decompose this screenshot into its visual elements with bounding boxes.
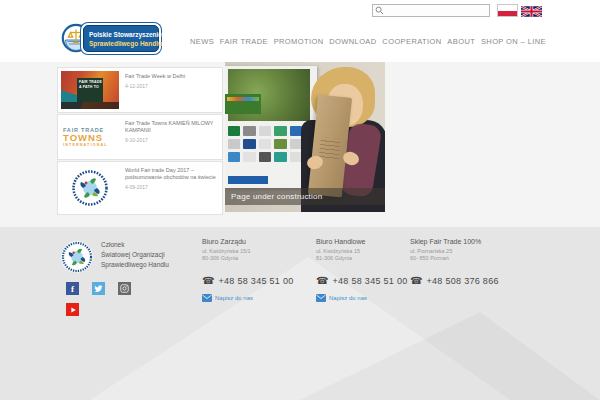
office-address-city: 81-306 Gdynia [316, 255, 408, 262]
facebook-glyph: f [71, 284, 74, 294]
wfto-logo-icon [70, 168, 110, 208]
office-address-street: ul. Kwidzyńska 15/1 [202, 248, 294, 255]
office-title: Sklep Fair Trade 100% [410, 238, 499, 245]
news-thumbnail-towns: FAIR TRADE TOWNS INTERNATIONAL [61, 118, 119, 156]
membership-line1: Członek [101, 240, 169, 250]
thumb-poster-text2: A PATH TO [79, 85, 103, 90]
footer-column-biuro-zarzadu: Biuro Zarządu ul. Kwidzyńska 15/1 80-306… [202, 238, 294, 302]
thumb-poster: FAIR TRADE A PATH TO [77, 78, 103, 102]
footer-column-sklep: Sklep Fair Trade 100% ul. Poznańska 25 6… [410, 238, 499, 286]
news-title[interactable]: Fair Trade Towns KAMIEŃ MILOWY KAMPANII [125, 120, 217, 134]
banner-bar [228, 176, 268, 184]
news-item-delhi[interactable]: FAIR TRADE A PATH TO Fair Trade Week w D… [57, 67, 223, 113]
office-address-street: ul. Poznańska 25 [410, 248, 499, 255]
membership-text: Członek Światowej Organizacji Sprawiedli… [101, 240, 169, 270]
news-text-block: Fair Trade Towns KAMIEŃ MILOWY KAMPANII … [125, 118, 217, 156]
union-jack-icon [521, 5, 542, 17]
sponsor-logos [228, 126, 302, 166]
news-date: 9-10-2017 [125, 137, 217, 143]
phone-row: ☎ +48 58 345 51 00 [316, 276, 408, 286]
contact-email-link[interactable]: Napisz do nas [202, 294, 294, 302]
twitter-bird-icon [94, 284, 103, 293]
main-navigation: NEWS FAIR TRADE PROMOTION DOWNLOAD COOPE… [190, 37, 546, 46]
thumb-poster-text1: FAIR TRADE [79, 80, 103, 85]
nav-item-shop-online[interactable]: SHOP ON – LINE [481, 37, 546, 46]
phone-icon: ☎ [202, 276, 214, 286]
twitter-icon[interactable] [92, 282, 105, 295]
logo-badge: Polskie Stowarzyszenie Sprawiedliwego Ha… [83, 25, 159, 52]
office-address-city: 80-306 Gdynia [202, 255, 294, 262]
envelope-icon [202, 294, 212, 302]
content-band: FAIR TRADE A PATH TO Fair Trade Week w D… [0, 62, 600, 227]
search-box[interactable] [372, 4, 490, 17]
news-item-towns[interactable]: FAIR TRADE TOWNS INTERNATIONAL Fair Trad… [57, 114, 223, 160]
footer-column-biuro-handlowe: Biuro Handlowe ul. Kwidzyńska 15 81-306 … [316, 238, 408, 302]
phone-icon: ☎ [410, 276, 422, 286]
site-header: Polskie Stowarzyszenie Sprawiedliwego Ha… [0, 0, 600, 62]
bag-text-lines [319, 137, 341, 161]
instagram-camera-icon [120, 284, 129, 293]
news-item-wftd[interactable]: World Fair trade Day 2017 – podsumowanie… [57, 161, 223, 215]
phone-icon: ☎ [316, 276, 328, 286]
instagram-icon[interactable] [118, 282, 131, 295]
phone-number: +48 58 345 51 00 [218, 276, 293, 286]
thumb-decor [61, 102, 119, 109]
news-text-block: Fair Trade Week w Delhi 4-12-2017 [125, 71, 185, 109]
nav-item-news[interactable]: NEWS [190, 37, 214, 46]
news-title[interactable]: Fair Trade Week w Delhi [125, 73, 185, 80]
nav-item-fair-trade[interactable]: FAIR TRADE [220, 37, 268, 46]
news-thumbnail-wfto [61, 165, 119, 211]
news-date: 4-12-2017 [125, 83, 185, 89]
logo-text-line2: Sprawiedliwego Handlu [89, 39, 158, 48]
phone-row: ☎ +48 508 376 866 [410, 276, 499, 286]
office-address-street: ul. Kwidzyńska 15 [316, 248, 408, 255]
nav-item-cooperation[interactable]: COOPERATION [382, 37, 441, 46]
search-icon [375, 6, 384, 15]
nav-item-download[interactable]: DOWNLOAD [329, 37, 376, 46]
construction-banner: Page under construction [225, 188, 385, 205]
youtube-play-icon [69, 306, 77, 314]
news-text-block: World Fair trade Day 2017 – podsumowanie… [125, 165, 217, 211]
news-title[interactable]: World Fair trade Day 2017 – podsumowanie… [125, 167, 217, 181]
email-link-text: Napisz do nas [215, 295, 253, 301]
facebook-icon[interactable]: f [66, 282, 79, 295]
office-title: Biuro Handlowe [316, 238, 408, 245]
flag-pl-red [498, 11, 517, 17]
wfto-member-logo-icon [60, 240, 94, 274]
construction-text: Page under construction [225, 192, 322, 201]
contact-email-link[interactable]: Napisz do nas [316, 294, 408, 302]
phone-row: ☎ +48 58 345 51 00 [202, 276, 294, 286]
nav-item-about[interactable]: ABOUT [447, 37, 475, 46]
email-link-text: Napisz do nas [329, 295, 367, 301]
office-title: Biuro Zarządu [202, 238, 294, 245]
towns-logo-line2: TOWNS [63, 133, 103, 143]
phone-number: +48 58 345 51 00 [332, 276, 407, 286]
hero-image: Page under construction [225, 62, 385, 212]
membership-line3: Sprawiedliwego Handlu [101, 260, 169, 270]
membership-line2: Światowej Organizacji [101, 250, 169, 260]
envelope-icon [316, 294, 326, 302]
language-polish-flag[interactable] [497, 4, 518, 17]
towns-logo-line3: INTERNATIONAL [63, 143, 108, 148]
logo-text-line1: Polskie Stowarzyszenie [89, 30, 158, 39]
news-thumbnail-delhi: FAIR TRADE A PATH TO [61, 71, 119, 109]
nav-item-promotion[interactable]: PROMOTION [274, 37, 324, 46]
language-english-flag[interactable] [521, 4, 542, 17]
phone-number: +48 508 376 866 [426, 276, 498, 286]
news-date: 4-09-2017 [125, 184, 217, 190]
site-logo[interactable]: Polskie Stowarzyszenie Sprawiedliwego Ha… [61, 22, 161, 56]
youtube-icon[interactable] [66, 303, 79, 316]
search-input[interactable] [384, 6, 488, 16]
site-footer: Członek Światowej Organizacji Sprawiedli… [0, 227, 600, 400]
office-address-city: 60- 850 Poznań [410, 255, 499, 262]
poster-green-label [225, 94, 261, 114]
